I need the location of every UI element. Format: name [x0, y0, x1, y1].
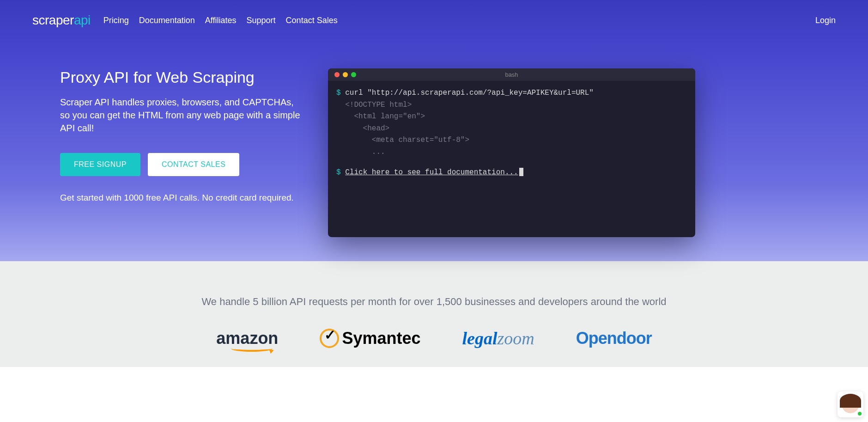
- legalzoom-part1: legal: [462, 329, 497, 348]
- terminal-output-line: <!DOCTYPE html>: [336, 99, 687, 111]
- hero-note: Get started with 1000 free API calls. No…: [60, 193, 300, 203]
- stats-text: We handle 5 billion API requests per mon…: [18, 296, 850, 308]
- logo-part1: scraper: [32, 13, 74, 27]
- terminal-window: bash $ curl "http://api.scraperapi.com/?…: [328, 68, 695, 237]
- legalzoom-part2: zoom: [497, 329, 534, 348]
- amazon-text: amazon: [216, 329, 278, 348]
- amazon-logo: amazon: [216, 329, 278, 348]
- logo[interactable]: scraperapi: [32, 13, 91, 28]
- nav-support[interactable]: Support: [247, 16, 276, 25]
- nav-links: Pricing Documentation Affiliates Support…: [103, 16, 338, 25]
- brand-logos-row: amazon ✓ Symantec legalzoom Opendoor: [18, 328, 850, 349]
- hero-subtitle: Scraper API handles proxies, browsers, a…: [60, 96, 300, 135]
- nav-pricing[interactable]: Pricing: [103, 16, 129, 25]
- terminal-output-line: <head>: [336, 123, 687, 135]
- checkmark-icon: ✓: [324, 327, 336, 343]
- symantec-logo: ✓ Symantec: [320, 329, 420, 348]
- logo-part2: api: [74, 13, 91, 27]
- symantec-circle-icon: ✓: [320, 329, 339, 348]
- amazon-arrow-icon: [269, 348, 275, 354]
- nav-contact-sales[interactable]: Contact Sales: [286, 16, 338, 25]
- hero-title: Proxy API for Web Scraping: [60, 68, 300, 86]
- terminal-output-line: <meta charset="utf-8">: [336, 135, 687, 147]
- legalzoom-logo: legalzoom: [462, 328, 534, 349]
- terminal-header: bash: [328, 68, 695, 81]
- symantec-text: Symantec: [342, 329, 420, 348]
- stats-section: We handle 5 billion API requests per mon…: [0, 261, 868, 367]
- terminal-body: $ curl "http://api.scraperapi.com/?api_k…: [328, 81, 695, 185]
- terminal-output-line: ...: [336, 147, 687, 159]
- terminal-command: curl "http://api.scraperapi.com/?api_key…: [345, 89, 594, 97]
- nav-documentation[interactable]: Documentation: [139, 16, 195, 25]
- contact-sales-button[interactable]: CONTACT SALES: [148, 153, 239, 176]
- minimize-icon: [343, 72, 348, 77]
- nav-affiliates[interactable]: Affiliates: [205, 16, 237, 25]
- nav-login[interactable]: Login: [815, 16, 836, 25]
- close-icon: [334, 72, 340, 77]
- amazon-smile-icon: [231, 345, 273, 352]
- terminal-prompt: $: [336, 168, 341, 177]
- maximize-icon: [351, 72, 356, 77]
- terminal-prompt: $: [336, 89, 341, 97]
- free-signup-button[interactable]: FREE SIGNUP: [60, 153, 140, 176]
- terminal-title: bash: [505, 71, 518, 78]
- navbar: scraperapi Pricing Documentation Affilia…: [0, 0, 868, 41]
- cursor-icon: [519, 168, 523, 176]
- terminal-docs-link[interactable]: Click here to see full documentation...: [345, 168, 518, 177]
- opendoor-logo: Opendoor: [576, 329, 652, 348]
- terminal-output-line: <html lang="en">: [336, 111, 687, 123]
